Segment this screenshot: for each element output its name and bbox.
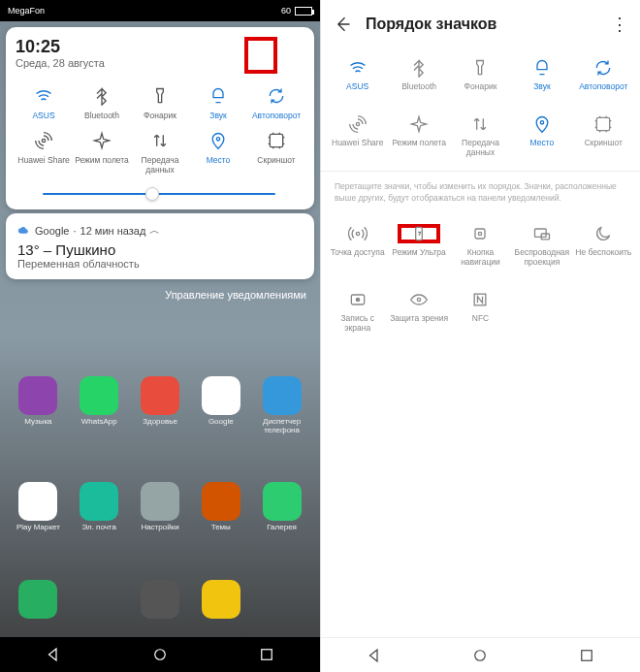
weather-temp: 13° – Пушкино: [17, 241, 303, 258]
tile-autorotate[interactable]: Автоповорот: [573, 52, 634, 97]
svg-point-21: [475, 650, 486, 660]
weather-source: Google: [35, 225, 69, 237]
overflow-menu-icon[interactable]: ⋮: [611, 14, 628, 35]
tile-hotspot[interactable]: Точка доступа: [327, 218, 388, 272]
app-icon[interactable]: Эл. почта: [71, 482, 128, 575]
notification-manager-link[interactable]: Управление уведомлениями: [0, 279, 320, 310]
svg-rect-22: [582, 650, 592, 660]
svg-point-8: [356, 122, 359, 125]
eyecare-icon: [409, 290, 429, 309]
nfc-icon: [470, 290, 490, 309]
tile-location[interactable]: Место: [190, 126, 246, 178]
nav-home-icon[interactable]: [471, 647, 489, 664]
tile-airplane[interactable]: Режим полета: [74, 126, 130, 178]
data-icon: [470, 114, 490, 134]
tile-label: Huawei Share: [17, 155, 69, 165]
svg-point-6: [155, 650, 166, 660]
cloud-icon: [17, 226, 31, 236]
data-icon: [150, 131, 170, 150]
app-icon[interactable]: Google: [192, 376, 249, 478]
nav-home-icon[interactable]: [151, 646, 169, 663]
airplane-icon: [92, 131, 112, 150]
tile-bluetooth[interactable]: Bluetooth: [74, 81, 130, 124]
nav-recent-icon[interactable]: [578, 647, 595, 664]
app-label: Настройки: [141, 523, 178, 531]
tile-huaweishare[interactable]: Huawei Share: [327, 109, 388, 163]
tile-airplane[interactable]: Режим полета: [388, 109, 449, 163]
app-icon[interactable]: Диспетчер телефона: [253, 376, 310, 478]
tile-ultra[interactable]: Режим Ультра: [388, 218, 449, 272]
drag-hint-text: Перетащите значки, чтобы изменить их пор…: [321, 171, 640, 214]
nav-back-icon[interactable]: [366, 647, 383, 664]
page-header: Порядок значков ⋮: [321, 0, 640, 48]
wireless-proj-icon: [532, 224, 552, 243]
app-icon[interactable]: Музыка: [10, 376, 67, 478]
airplane-icon: [409, 114, 429, 134]
tile-dnd[interactable]: Не беспокоить: [573, 218, 634, 272]
tile-screenshot[interactable]: Скриншот: [248, 126, 304, 178]
tile-label: Автоповорот: [252, 111, 301, 120]
app-icon[interactable]: Настройки: [132, 482, 189, 575]
app-icon[interactable]: WhatsApp: [71, 376, 128, 478]
nav-recent-icon[interactable]: [258, 646, 275, 663]
svg-point-0: [293, 53, 298, 58]
location-icon: [532, 114, 552, 134]
app-icon[interactable]: Галерея: [253, 482, 310, 575]
tile-wireless-proj[interactable]: Беспроводная проекция: [511, 218, 572, 272]
tile-label: Звук: [533, 81, 550, 91]
tile-data[interactable]: Передача данных: [450, 109, 511, 163]
tile-huaweishare[interactable]: Huawei Share: [16, 126, 72, 178]
tile-label: Автоповорот: [579, 81, 627, 91]
weather-card[interactable]: Google · 12 мин назад ︿ 13° – Пушкино Пе…: [6, 213, 314, 279]
tile-label: Место: [530, 138, 555, 147]
autorotate-icon: [593, 58, 613, 78]
app-label: WhatsApp: [81, 417, 117, 426]
edit-tiles-button[interactable]: [244, 37, 277, 74]
svg-point-4: [26, 192, 30, 196]
bluetooth-icon: [92, 86, 112, 106]
tile-location[interactable]: Место: [511, 109, 572, 163]
tile-label: Место: [207, 155, 231, 165]
tile-label: Передача данных: [450, 138, 511, 157]
clock-date: Среда, 28 августа: [16, 57, 105, 69]
app-label: Диспетчер телефона: [253, 417, 310, 434]
tile-label: Беспроводная проекция: [511, 247, 572, 267]
quick-settings-panel: 10:25 Среда, 28 августа ASUSBluetoothФон…: [6, 27, 314, 209]
tile-navkey[interactable]: Кнопка навигации: [450, 218, 511, 272]
app-icon[interactable]: Темы: [192, 482, 249, 575]
tile-label: Huawei Share: [332, 138, 383, 147]
nav-bar: [321, 637, 640, 672]
tile-wifi[interactable]: ASUS: [16, 81, 72, 124]
page-title: Порядок значков: [366, 16, 597, 33]
screenrec-icon: [348, 290, 368, 309]
tile-eyecare[interactable]: Защита зрения: [388, 284, 449, 338]
homescreen-apps: МузыкаWhatsAppЗдоровьеGoogleДиспетчер те…: [0, 368, 320, 672]
tile-sound[interactable]: Звук: [511, 52, 572, 97]
app-label: Эл. почта: [81, 523, 115, 531]
tile-data[interactable]: Передача данных: [132, 126, 188, 178]
tile-bluetooth[interactable]: Bluetooth: [388, 52, 449, 97]
huaweishare-icon: [34, 131, 53, 150]
tile-screenrec[interactable]: Запись с экрана: [327, 284, 388, 338]
tile-flashlight[interactable]: Фонарик: [450, 52, 511, 97]
back-arrow-icon[interactable]: [333, 15, 352, 34]
app-label: Галерея: [267, 523, 297, 531]
tile-sound[interactable]: Звук: [190, 81, 246, 124]
brightness-slider[interactable]: [16, 178, 304, 206]
gear-icon[interactable]: [285, 46, 304, 65]
chevron-up-icon[interactable]: ︿: [149, 223, 160, 238]
app-icon[interactable]: Play Маркет: [10, 482, 67, 575]
app-icon[interactable]: Здоровье: [132, 376, 189, 478]
nav-back-icon[interactable]: [45, 646, 62, 663]
huaweishare-icon: [348, 114, 368, 134]
sun-low-icon: [21, 187, 35, 201]
tile-screenshot[interactable]: Скриншот: [573, 109, 634, 163]
tile-autorotate[interactable]: Автоповорот: [248, 81, 304, 124]
flashlight-icon: [150, 86, 170, 106]
tile-nfc[interactable]: NFC: [450, 284, 511, 338]
svg-rect-12: [416, 227, 423, 240]
tile-flashlight[interactable]: Фонарик: [132, 81, 188, 124]
hotspot-icon: [348, 224, 368, 243]
tile-wifi[interactable]: ASUS: [327, 52, 388, 97]
tile-label: Защита зрения: [390, 313, 448, 323]
